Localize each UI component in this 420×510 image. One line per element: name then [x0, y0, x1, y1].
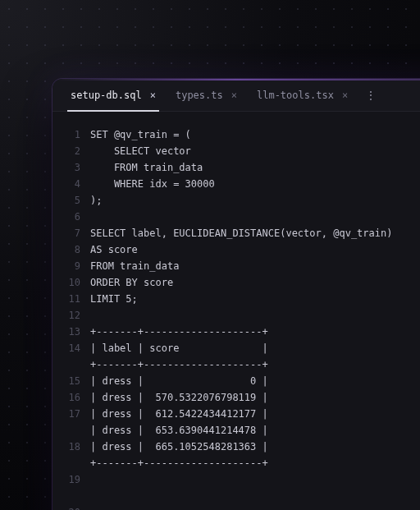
- code-line: +-------+--------------------+: [90, 324, 420, 340]
- tab-bar: setup-db.sql × types.ts × llm-tools.tsx …: [52, 79, 420, 112]
- code-line: FROM train_data: [90, 159, 420, 176]
- tab-label: types.ts: [176, 90, 223, 101]
- line-number: 20: [52, 504, 80, 510]
- code-line: [90, 307, 420, 324]
- code-line: | dress | 653.6390441214478 |: [90, 422, 420, 439]
- code-content[interactable]: SET @qv_train = ( SELECT vector FROM tra…: [90, 126, 420, 510]
- code-line: SELECT label, EUCLIDEAN_DISTANCE(vector,…: [90, 225, 420, 241]
- line-number: 13: [52, 324, 80, 340]
- code-line: FROM train_data: [90, 258, 420, 274]
- line-number: 16: [52, 389, 80, 406]
- kebab-icon: ⋮: [365, 89, 377, 102]
- line-number: [52, 488, 80, 504]
- code-line: );: [90, 192, 420, 209]
- line-number: 18: [52, 439, 80, 455]
- line-number: 11: [52, 291, 80, 307]
- close-icon[interactable]: ×: [342, 90, 348, 100]
- line-number: 9: [52, 258, 80, 274]
- code-line: [90, 209, 420, 225]
- code-line: | dress | 0 |: [90, 373, 420, 389]
- editor-window: setup-db.sql × types.ts × llm-tools.tsx …: [52, 79, 420, 510]
- tabs-overflow-button[interactable]: ⋮: [358, 79, 384, 111]
- line-number: 3: [52, 159, 80, 176]
- code-line: WHERE idx = 30000: [90, 176, 420, 192]
- line-number: 17: [52, 406, 80, 422]
- code-line: [90, 488, 420, 504]
- line-number: [52, 356, 80, 373]
- line-number: 19: [52, 471, 80, 488]
- code-line: LIMIT 5;: [90, 291, 420, 307]
- line-number: 2: [52, 143, 80, 159]
- line-number: [52, 422, 80, 439]
- line-number: 7: [52, 225, 80, 241]
- tab-types-ts[interactable]: types.ts ×: [166, 79, 247, 111]
- code-line: +-------+--------------------+: [90, 356, 420, 373]
- line-number: 1: [52, 126, 80, 143]
- code-editor[interactable]: 1234567891011121314151617181920 SET @qv_…: [52, 112, 420, 510]
- line-number: 14: [52, 340, 80, 356]
- line-number: 15: [52, 373, 80, 389]
- line-number: 8: [52, 241, 80, 258]
- code-line: | dress | 665.1052548281363 |: [90, 439, 420, 455]
- code-line: | dress | 570.5322076798119 |: [90, 389, 420, 406]
- code-line: SET @qv_train = (: [90, 126, 420, 143]
- line-number: 10: [52, 274, 80, 291]
- code-line: | dress | 612.5422434412177 |: [90, 406, 420, 422]
- code-line: AS score: [90, 241, 420, 258]
- close-icon[interactable]: ×: [150, 90, 156, 100]
- line-number: 5: [52, 192, 80, 209]
- line-number-gutter: 1234567891011121314151617181920: [52, 126, 90, 510]
- tab-label: setup-db.sql: [71, 90, 142, 101]
- close-icon[interactable]: ×: [231, 90, 237, 100]
- tab-label: llm-tools.tsx: [257, 90, 334, 101]
- tab-llm-tools-tsx[interactable]: llm-tools.tsx ×: [247, 79, 358, 111]
- code-line: +-------+--------------------+: [90, 455, 420, 471]
- code-line: | label | score |: [90, 340, 420, 356]
- line-number: [52, 455, 80, 471]
- code-line: ORDER BY score: [90, 274, 420, 291]
- line-number: 6: [52, 209, 80, 225]
- code-line: SELECT vector: [90, 143, 420, 159]
- code-line: [90, 471, 420, 488]
- line-number: 4: [52, 176, 80, 192]
- tab-setup-db-sql[interactable]: setup-db.sql ×: [61, 79, 166, 111]
- line-number: 12: [52, 307, 80, 324]
